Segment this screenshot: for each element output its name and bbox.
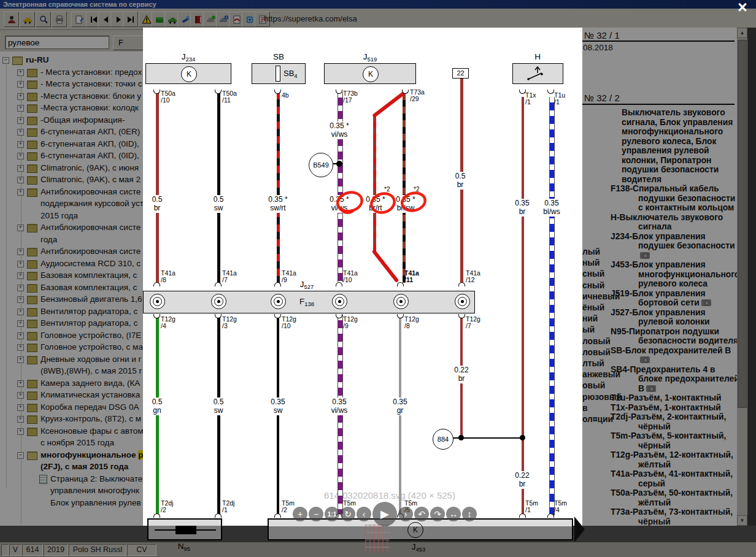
viewer-zoom-in-button[interactable]: + xyxy=(293,507,307,521)
fuse-label-sb4: SB4 xyxy=(284,69,298,79)
image-viewer-canvas xyxy=(143,28,582,526)
component-box-j519[interactable] xyxy=(324,63,416,84)
viewer-zoom-out-button[interactable]: − xyxy=(309,507,323,521)
next-image-arrow-icon[interactable] xyxy=(574,517,585,542)
viewer-next-button[interactable]: › xyxy=(398,507,413,521)
close-icon[interactable]: × xyxy=(738,0,747,17)
horn-switch-icon xyxy=(523,64,550,83)
viewer-play-button[interactable]: ▶ xyxy=(372,502,397,526)
fuse-box-22: 22 xyxy=(452,68,469,79)
viewer-one-to-one-button[interactable]: 1:1 xyxy=(325,507,339,521)
viewer-rotate-right-button[interactable]: ↷ xyxy=(430,507,445,521)
component-box-n95[interactable] xyxy=(147,518,222,540)
image-viewer-toolbar: +−1:1↻‹▶›↶↷↔↕ xyxy=(292,499,477,529)
viewer-prev-button[interactable]: ‹ xyxy=(357,507,371,521)
viewer-rotate-left-button[interactable]: ↶ xyxy=(414,507,429,521)
igniter-icon xyxy=(176,526,196,534)
viewer-flip-horizontal-button[interactable]: ↔ xyxy=(446,507,461,521)
component-box-j234[interactable] xyxy=(145,63,231,84)
viewer-reset-button[interactable]: ↻ xyxy=(341,507,355,521)
slip-ring-bar-f138[interactable] xyxy=(143,291,475,313)
fuse-icon xyxy=(276,66,280,82)
viewer-flip-vertical-button[interactable]: ↕ xyxy=(462,507,477,521)
